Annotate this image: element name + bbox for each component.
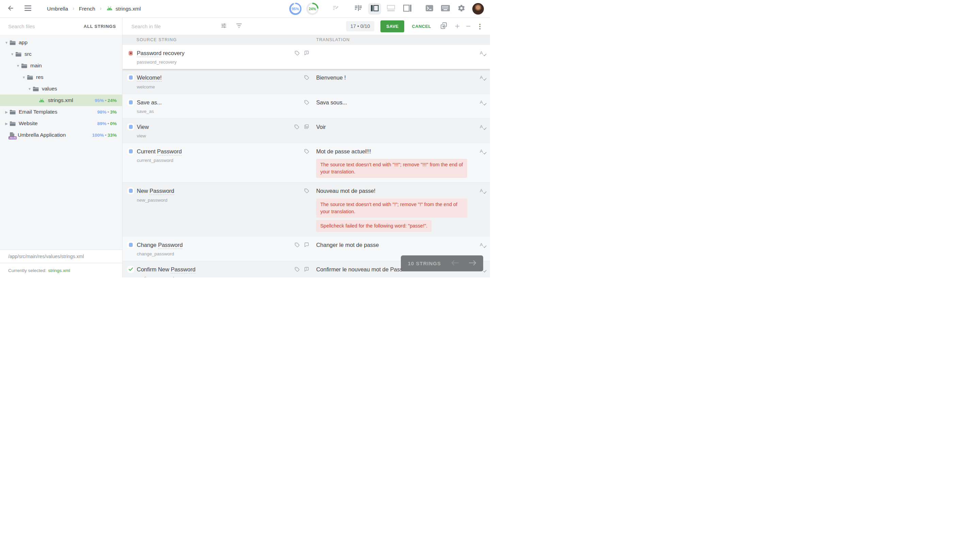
cancel-button[interactable]: CANCEL xyxy=(410,22,432,31)
comment-icon[interactable] xyxy=(304,242,309,249)
side-by-side-view-button[interactable] xyxy=(368,3,381,14)
back-button[interactable] xyxy=(5,3,16,14)
tag-icon[interactable] xyxy=(304,99,309,106)
pagination-bar: 10 STRINGS xyxy=(401,255,483,271)
shortcuts-button[interactable] xyxy=(440,3,451,14)
save-button[interactable]: SAVE xyxy=(381,21,404,32)
translation-text[interactable]: Sava sous... xyxy=(316,99,475,106)
copy-source-button[interactable] xyxy=(439,21,449,32)
comfortable-view-button[interactable] xyxy=(384,3,397,14)
caret-down-icon[interactable]: ▼ xyxy=(27,87,33,91)
tag-icon[interactable] xyxy=(304,188,309,195)
spellcheck-icon[interactable]: A xyxy=(480,75,485,81)
translation-text[interactable] xyxy=(316,49,475,57)
spellcheck-icon[interactable]: A xyxy=(480,242,485,248)
filter-strings-button[interactable] xyxy=(235,21,244,31)
file-tree-item-app[interactable]: ▼app xyxy=(0,37,122,48)
status-translated-icon xyxy=(127,188,134,194)
search-in-file-input[interactable] xyxy=(131,24,213,29)
spellcheck-icon[interactable]: A xyxy=(480,50,485,56)
json-icon: JSON xyxy=(10,132,14,138)
comment-alert-icon[interactable] xyxy=(304,266,309,273)
currently-selected-file[interactable]: strings.xml xyxy=(48,268,71,273)
spellcheck-icon[interactable]: A xyxy=(480,149,485,155)
caret-down-icon[interactable]: ▼ xyxy=(15,64,21,68)
draft-edit-button[interactable] xyxy=(331,3,341,14)
translation-text[interactable]: Nouveau mot de passe! xyxy=(316,187,475,194)
previous-page-button[interactable] xyxy=(451,260,459,266)
file-tree-item-umbrella-application[interactable]: JSONUmbrella Application100%•33% xyxy=(0,129,122,141)
glossary-term[interactable]: Password xyxy=(150,188,174,194)
breadcrumb-language[interactable]: French xyxy=(79,6,95,12)
tag-icon[interactable] xyxy=(304,149,309,156)
console-button[interactable] xyxy=(424,3,435,14)
caret-right-icon[interactable]: ▶ xyxy=(3,110,10,114)
glossary-term[interactable]: Password xyxy=(157,148,182,154)
file-tree-item-email-templates[interactable]: ▶Email Templates98%•3% xyxy=(0,106,122,118)
translated-percent: 100% xyxy=(92,133,104,138)
string-row-new_password[interactable]: New Passwordnew_passwordNouveau mot de p… xyxy=(122,182,490,236)
approved-progress-ring[interactable]: 24% xyxy=(306,3,318,15)
all-strings-button[interactable]: ALL STRINGS xyxy=(83,22,117,31)
translation-text[interactable]: Mot de passe actuel!!! xyxy=(316,148,475,155)
settings-button[interactable] xyxy=(456,3,467,14)
string-key: new_password xyxy=(137,197,174,203)
glossary-term[interactable]: Welcome! xyxy=(137,74,162,80)
caret-down-icon[interactable]: ▼ xyxy=(3,41,10,45)
source-string-text: Welcome! xyxy=(137,74,162,81)
file-tree-item-src[interactable]: ▼src xyxy=(0,48,122,60)
file-tree-item-website[interactable]: ▶Website89%•0% xyxy=(0,118,122,129)
string-row-view[interactable]: ViewviewVoirA xyxy=(122,118,490,143)
next-page-button[interactable] xyxy=(469,260,476,266)
file-tree-item-res[interactable]: ▼res xyxy=(0,71,122,83)
breadcrumb-project[interactable]: Umbrella xyxy=(47,6,68,12)
glossary-term[interactable]: Password xyxy=(137,50,161,56)
caret-right-icon[interactable]: ▶ xyxy=(3,122,10,125)
translation-text[interactable]: Voir xyxy=(316,123,475,131)
more-options-button[interactable]: ⋮ xyxy=(477,23,483,30)
tag-icon[interactable] xyxy=(294,124,299,131)
breadcrumb-file[interactable]: strings.xml xyxy=(106,6,141,12)
menu-button[interactable] xyxy=(23,4,33,13)
string-row-password_recovery[interactable]: Password recoverypassword_recoveryA xyxy=(122,45,490,69)
string-row-welcome[interactable]: Welcome!welcomeBienvenue !A xyxy=(122,69,490,93)
caret-down-icon[interactable]: ▼ xyxy=(9,52,15,56)
file-tree-label: strings.xml xyxy=(48,97,73,103)
spellcheck-icon[interactable]: A xyxy=(480,124,485,130)
string-key: view xyxy=(137,133,149,138)
advanced-filter-button[interactable] xyxy=(219,21,228,31)
tag-icon[interactable] xyxy=(294,50,300,57)
user-avatar[interactable] xyxy=(472,3,484,14)
search-files-input[interactable] xyxy=(8,24,83,29)
zoom-in-button[interactable]: + xyxy=(455,22,460,30)
comment-alert-icon[interactable] xyxy=(304,50,309,57)
string-counter-badge: 17 • 0/10 xyxy=(346,21,374,31)
glossary-term[interactable]: Password xyxy=(171,266,195,273)
spellcheck-icon[interactable]: A xyxy=(480,99,485,106)
zoom-out-button[interactable]: − xyxy=(466,22,471,30)
table-view-button[interactable] xyxy=(352,3,365,14)
multilingual-view-button[interactable] xyxy=(401,3,414,14)
glossary-term[interactable]: Password xyxy=(158,242,182,248)
tag-icon[interactable] xyxy=(294,242,300,249)
string-row-current_password[interactable]: Current Passwordcurrent_passwordMot de p… xyxy=(122,143,490,182)
file-tree-item-strings-xml[interactable]: strings.xml95%•24% xyxy=(0,95,122,106)
tag-icon[interactable] xyxy=(294,266,300,273)
file-progress: 95%•24% xyxy=(95,98,117,103)
screenshot-icon[interactable] xyxy=(304,124,309,131)
string-row-save_as[interactable]: Save as...save_asSava sous...A xyxy=(122,94,490,118)
translated-progress-ring[interactable]: 95% xyxy=(289,3,302,15)
file-tree-item-values[interactable]: ▼values xyxy=(0,83,122,95)
android-file-icon xyxy=(106,6,113,12)
translation-text[interactable]: Changer le mot de passe xyxy=(316,241,475,249)
file-tree-label: res xyxy=(36,74,43,80)
translation-text[interactable]: Bienvenue ! xyxy=(316,74,475,81)
file-tree-label: values xyxy=(42,86,57,92)
caret-down-icon[interactable]: ▼ xyxy=(21,75,27,79)
spellcheck-icon[interactable]: A xyxy=(480,188,485,194)
source-string-text: Change Password xyxy=(137,241,183,249)
tag-icon[interactable] xyxy=(304,75,309,82)
file-path[interactable]: /app/src/main/res/values/strings.xml xyxy=(0,250,122,263)
back-arrow-icon xyxy=(7,5,14,13)
file-tree-item-main[interactable]: ▼main xyxy=(0,60,122,71)
